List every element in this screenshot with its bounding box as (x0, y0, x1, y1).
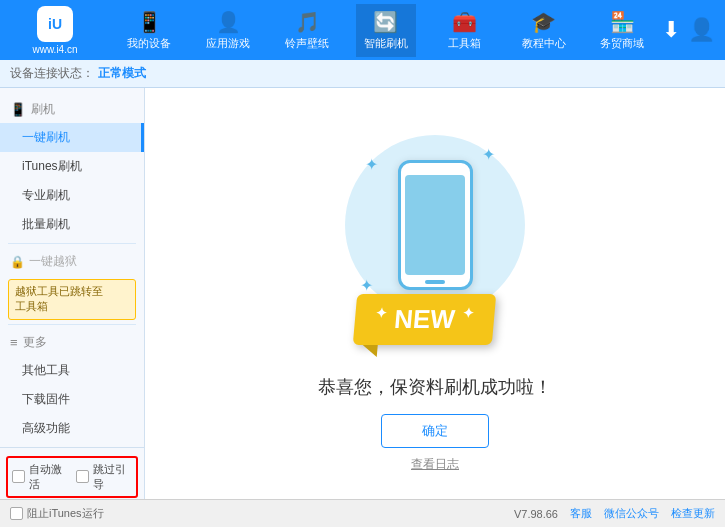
status-bar: 设备连接状态： 正常模式 (0, 60, 725, 88)
logo-text: www.i4.cn (32, 44, 77, 55)
nav-bar: 📱 我的设备 👤 应用游戏 🎵 铃声壁纸 🔄 智能刷机 🧰 工具箱 🎓 教程中心… (110, 4, 662, 57)
nav-ringtone-label: 铃声壁纸 (285, 36, 329, 51)
main-layout: 📱 刷机 一键刷机 iTunes刷机 专业刷机 批量刷机 🔒 一键越狱 (0, 88, 725, 499)
nav-my-device-label: 我的设备 (127, 36, 171, 51)
nav-service[interactable]: 🏪 务贸商域 (592, 4, 652, 57)
success-text: 恭喜您，保资料刷机成功啦！ (318, 375, 552, 399)
itunes-flash-label: iTunes刷机 (22, 159, 82, 173)
flash-group-icon: 📱 (10, 102, 26, 117)
bottom-right: V7.98.66 客服 微信公众号 检查更新 (514, 506, 715, 521)
nav-ringtone[interactable]: 🎵 铃声壁纸 (277, 4, 337, 57)
lock-icon: 🔒 (10, 255, 25, 269)
notice-box: 越狱工具已跳转至工具箱 (8, 279, 136, 320)
nav-toolbox-label: 工具箱 (448, 36, 481, 51)
sidebar-divider-1 (8, 243, 136, 244)
my-device-icon: 📱 (137, 10, 162, 34)
sidebar-section-flash: 📱 刷机 一键刷机 iTunes刷机 专业刷机 批量刷机 (0, 96, 144, 239)
sidebar-item-itunes-flash[interactable]: iTunes刷机 (0, 152, 144, 181)
nav-smart-flash[interactable]: 🔄 智能刷机 (356, 4, 416, 57)
ribbon-fold (362, 345, 378, 357)
sidebar-item-other-tools[interactable]: 其他工具 (0, 356, 144, 385)
sidebar-item-advanced[interactable]: 高级功能 (0, 414, 144, 443)
phone-illustration: ✦ ✦ ✦ ✦ NEW ✦ (335, 115, 535, 335)
flash-group-label: 刷机 (31, 101, 55, 118)
app-game-icon: 👤 (216, 10, 241, 34)
pro-flash-label: 专业刷机 (22, 188, 70, 202)
toolbox-icon: 🧰 (452, 10, 477, 34)
sidebar-section-jailbreak: 🔒 一键越狱 越狱工具已跳转至工具箱 (0, 248, 144, 320)
new-ribbon: ✦ NEW ✦ (353, 294, 497, 345)
logo: iU www.i4.cn (0, 6, 110, 55)
phone-body (398, 160, 473, 290)
guide-label: 跳过引导 (93, 462, 132, 492)
sidebar-item-one-key-flash[interactable]: 一键刷机 (0, 123, 144, 152)
content-area: ✦ ✦ ✦ ✦ NEW ✦ 恭喜您，保资料刷机成功啦！ 确定 查看日志 (145, 88, 725, 499)
check-update-link[interactable]: 检查更新 (671, 506, 715, 521)
itunes-checkbox[interactable] (10, 507, 23, 520)
status-label: 设备连接状态： (10, 65, 94, 82)
nav-smart-flash-label: 智能刷机 (364, 36, 408, 51)
sidebar-divider-2 (8, 324, 136, 325)
sidebar-group-jailbreak: 🔒 一键越狱 (0, 248, 144, 275)
nav-tutorial-label: 教程中心 (522, 36, 566, 51)
confirm-button[interactable]: 确定 (381, 414, 489, 448)
sidebar-section-more: ≡ 更多 其他工具 下载固件 高级功能 (0, 329, 144, 443)
auto-activate-label: 自动激活 (29, 462, 68, 492)
ringtone-icon: 🎵 (295, 10, 320, 34)
new-star-right: ✦ (462, 305, 475, 321)
nav-toolbox[interactable]: 🧰 工具箱 (435, 4, 495, 57)
wechat-link[interactable]: 微信公众号 (604, 506, 659, 521)
guide-checkbox[interactable] (76, 470, 89, 483)
header-right: ⬇ 👤 (662, 17, 725, 43)
nav-app-game[interactable]: 👤 应用游戏 (198, 4, 258, 57)
sidebar-item-download-firmware[interactable]: 下载固件 (0, 385, 144, 414)
logo-icon: iU (37, 6, 73, 42)
nav-my-device[interactable]: 📱 我的设备 (119, 4, 179, 57)
sparkle-2: ✦ (482, 145, 495, 164)
sidebar-item-pro-flash[interactable]: 专业刷机 (0, 181, 144, 210)
new-star-left: ✦ (375, 305, 388, 321)
customer-service-link[interactable]: 客服 (570, 506, 592, 521)
sidebar-group-flash: 📱 刷机 (0, 96, 144, 123)
advanced-label: 高级功能 (22, 421, 70, 435)
one-key-flash-label: 一键刷机 (22, 130, 70, 144)
nav-app-game-label: 应用游戏 (206, 36, 250, 51)
batch-flash-label: 批量刷机 (22, 217, 70, 231)
phone-screen (405, 175, 465, 275)
other-tools-label: 其他工具 (22, 363, 70, 377)
bottom-bar: 阻止iTunes运行 V7.98.66 客服 微信公众号 检查更新 (0, 499, 725, 527)
sparkle-1: ✦ (365, 155, 378, 174)
bottom-left: 阻止iTunes运行 (10, 506, 104, 521)
version-label: V7.98.66 (514, 508, 558, 520)
user-btn[interactable]: 👤 (688, 17, 715, 43)
log-link[interactable]: 查看日志 (411, 456, 459, 473)
jailbreak-label: 一键越狱 (29, 253, 77, 270)
new-label: NEW (393, 304, 456, 334)
sidebar-group-more: ≡ 更多 (0, 329, 144, 356)
sparkle-3: ✦ (360, 276, 373, 295)
download-firmware-label: 下载固件 (22, 392, 70, 406)
nav-tutorial[interactable]: 🎓 教程中心 (514, 4, 574, 57)
new-banner: ✦ NEW ✦ (355, 294, 494, 345)
more-group-icon: ≡ (10, 335, 18, 350)
phone-circle: ✦ ✦ ✦ (345, 135, 525, 315)
more-group-label: 更多 (23, 334, 47, 351)
nav-service-label: 务贸商域 (600, 36, 644, 51)
status-value: 正常模式 (98, 65, 146, 82)
notice-text: 越狱工具已跳转至工具箱 (15, 285, 103, 312)
smart-flash-icon: 🔄 (373, 10, 398, 34)
phone-button (425, 280, 445, 284)
header: iU www.i4.cn 📱 我的设备 👤 应用游戏 🎵 铃声壁纸 🔄 智能刷机… (0, 0, 725, 60)
auto-activate-row: 自动激活 跳过引导 (6, 456, 138, 498)
sidebar: 📱 刷机 一键刷机 iTunes刷机 专业刷机 批量刷机 🔒 一键越狱 (0, 88, 145, 499)
auto-activate-checkbox[interactable] (12, 470, 25, 483)
sidebar-item-batch-flash[interactable]: 批量刷机 (0, 210, 144, 239)
tutorial-icon: 🎓 (531, 10, 556, 34)
service-icon: 🏪 (610, 10, 635, 34)
itunes-label: 阻止iTunes运行 (27, 506, 104, 521)
download-btn[interactable]: ⬇ (662, 17, 680, 43)
